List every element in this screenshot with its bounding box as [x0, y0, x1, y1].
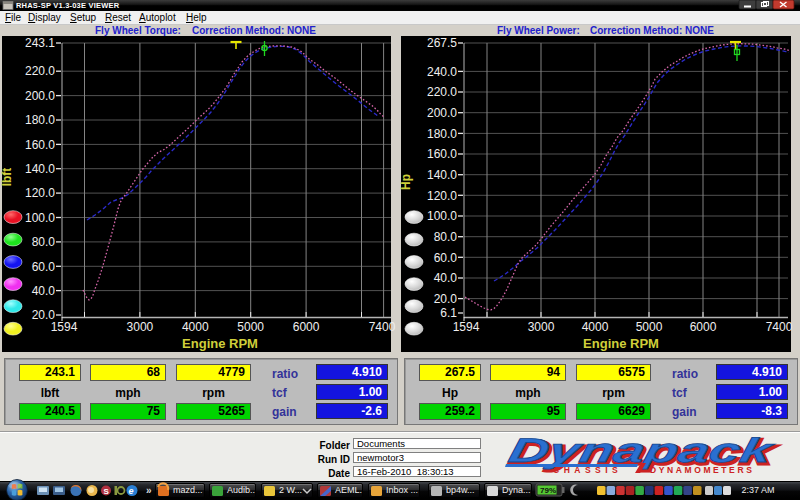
svg-text:80.0: 80.0 — [434, 230, 458, 244]
svg-text:7400: 7400 — [369, 320, 396, 334]
svg-text:140.0: 140.0 — [25, 162, 55, 176]
svg-text:CHASSIS: CHASSIS — [553, 465, 622, 475]
svg-text:79%: 79% — [540, 486, 556, 495]
svg-text:200.0: 200.0 — [25, 89, 55, 103]
svg-text:100.0: 100.0 — [427, 209, 457, 223]
svg-text:160.0: 160.0 — [427, 147, 457, 161]
svg-text:40.0: 40.0 — [434, 271, 458, 285]
svg-text:160.0: 160.0 — [25, 138, 55, 152]
svg-text:20.0: 20.0 — [434, 292, 458, 306]
svg-text:7400: 7400 — [766, 320, 793, 334]
svg-text:180.0: 180.0 — [427, 127, 457, 141]
svg-text:3000: 3000 — [127, 320, 154, 334]
svg-text:60.0: 60.0 — [434, 251, 458, 265]
svg-text:40.0: 40.0 — [32, 284, 56, 298]
svg-text:1594: 1594 — [51, 320, 78, 334]
svg-text:120.0: 120.0 — [427, 189, 457, 203]
svg-text:6000: 6000 — [293, 320, 320, 334]
svg-text:lbft: lbft — [0, 168, 14, 187]
svg-text:120.0: 120.0 — [25, 186, 55, 200]
svg-text:80.0: 80.0 — [32, 235, 56, 249]
svg-text:Engine RPM: Engine RPM — [182, 336, 258, 351]
svg-text:140.0: 140.0 — [427, 168, 457, 182]
svg-text:Hp: Hp — [399, 174, 413, 190]
svg-text:DYNAMOMETERS: DYNAMOMETERS — [650, 465, 754, 475]
svg-text:Engine RPM: Engine RPM — [583, 336, 659, 351]
svg-text:100.0: 100.0 — [25, 211, 55, 225]
svg-text:243.1: 243.1 — [25, 36, 55, 50]
svg-text:60.0: 60.0 — [32, 260, 56, 274]
svg-text:S: S — [104, 487, 110, 496]
svg-text:6000: 6000 — [690, 320, 717, 334]
svg-text:220.0: 220.0 — [427, 85, 457, 99]
svg-text:220.0: 220.0 — [25, 64, 55, 78]
svg-text:4000: 4000 — [582, 320, 609, 334]
svg-text:4000: 4000 — [182, 320, 209, 334]
svg-text:»: » — [146, 485, 152, 496]
svg-text:3000: 3000 — [528, 320, 555, 334]
svg-text:180.0: 180.0 — [25, 113, 55, 127]
svg-text:6.1: 6.1 — [440, 306, 457, 320]
svg-text:200.0: 200.0 — [427, 106, 457, 120]
svg-text:e: e — [129, 486, 134, 496]
svg-text:1594: 1594 — [453, 320, 480, 334]
svg-text:267.5: 267.5 — [427, 36, 457, 50]
svg-text:5000: 5000 — [636, 320, 663, 334]
svg-text:5000: 5000 — [237, 320, 264, 334]
svg-text:240.0: 240.0 — [427, 65, 457, 79]
